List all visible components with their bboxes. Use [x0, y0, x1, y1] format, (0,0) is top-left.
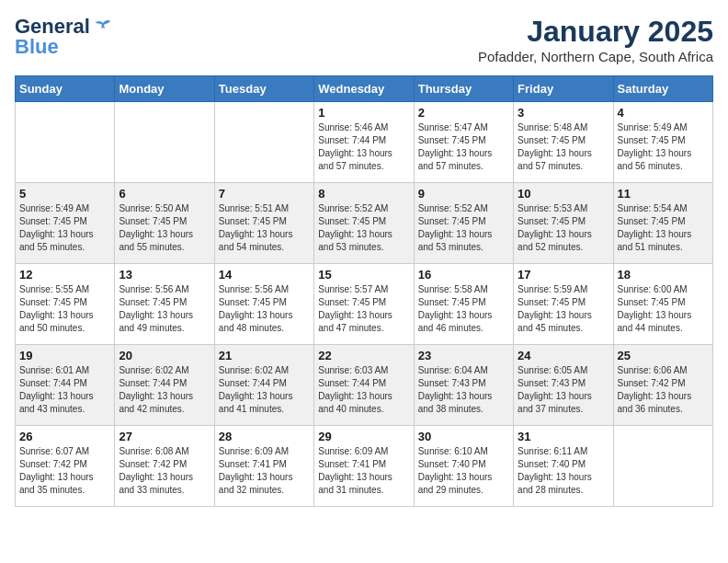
day-info: Sunrise: 5:56 AMSunset: 7:45 PMDaylight:…	[219, 283, 310, 335]
calendar-cell: 22Sunrise: 6:03 AMSunset: 7:44 PMDayligh…	[314, 345, 414, 426]
calendar-cell: 15Sunrise: 5:57 AMSunset: 7:45 PMDayligh…	[314, 264, 414, 345]
day-number: 24	[518, 349, 609, 362]
calendar-cell: 3Sunrise: 5:48 AMSunset: 7:45 PMDaylight…	[514, 102, 613, 183]
calendar-cell: 13Sunrise: 5:56 AMSunset: 7:45 PMDayligh…	[115, 264, 214, 345]
day-number: 9	[418, 187, 509, 201]
location-text: Pofadder, Northern Cape, South Africa	[478, 49, 713, 64]
day-number: 3	[518, 106, 609, 120]
calendar-cell	[16, 102, 115, 183]
day-info: Sunrise: 5:52 AMSunset: 7:45 PMDaylight:…	[318, 202, 409, 254]
page-header: General Blue January 2025 Pofadder, Nort…	[15, 15, 713, 64]
day-number: 21	[219, 349, 310, 362]
calendar-cell: 29Sunrise: 6:09 AMSunset: 7:41 PMDayligh…	[314, 426, 414, 507]
calendar-cell: 4Sunrise: 5:49 AMSunset: 7:45 PMDaylight…	[613, 102, 712, 183]
logo: General Blue	[15, 15, 114, 59]
day-info: Sunrise: 5:48 AMSunset: 7:45 PMDaylight:…	[518, 121, 609, 173]
day-number: 22	[318, 349, 409, 362]
day-info: Sunrise: 5:58 AMSunset: 7:45 PMDaylight:…	[418, 283, 509, 335]
calendar-cell: 2Sunrise: 5:47 AMSunset: 7:45 PMDaylight…	[414, 102, 513, 183]
weekday-header-monday: Monday	[115, 76, 214, 102]
day-number: 6	[119, 187, 210, 201]
day-info: Sunrise: 6:11 AMSunset: 7:40 PMDaylight:…	[518, 445, 609, 497]
calendar-cell: 23Sunrise: 6:04 AMSunset: 7:43 PMDayligh…	[414, 345, 513, 426]
day-info: Sunrise: 5:52 AMSunset: 7:45 PMDaylight:…	[418, 202, 509, 254]
calendar-cell	[214, 102, 313, 183]
calendar-cell: 24Sunrise: 6:05 AMSunset: 7:43 PMDayligh…	[514, 345, 613, 426]
title-block: January 2025 Pofadder, Northern Cape, So…	[478, 15, 713, 64]
calendar-cell: 14Sunrise: 5:56 AMSunset: 7:45 PMDayligh…	[214, 264, 313, 345]
day-number: 30	[418, 430, 509, 443]
calendar-cell	[115, 102, 214, 183]
calendar-cell: 17Sunrise: 5:59 AMSunset: 7:45 PMDayligh…	[514, 264, 613, 345]
day-info: Sunrise: 5:53 AMSunset: 7:45 PMDaylight:…	[518, 202, 609, 254]
calendar-cell: 9Sunrise: 5:52 AMSunset: 7:45 PMDaylight…	[414, 183, 513, 264]
calendar-cell: 26Sunrise: 6:07 AMSunset: 7:42 PMDayligh…	[16, 426, 115, 507]
day-number: 12	[19, 268, 110, 282]
calendar-cell: 18Sunrise: 6:00 AMSunset: 7:45 PMDayligh…	[613, 264, 712, 345]
calendar-week-1: 1Sunrise: 5:46 AMSunset: 7:44 PMDaylight…	[16, 102, 713, 183]
day-info: Sunrise: 6:05 AMSunset: 7:43 PMDaylight:…	[518, 364, 609, 416]
calendar-week-2: 5Sunrise: 5:49 AMSunset: 7:45 PMDaylight…	[16, 183, 713, 264]
calendar-cell: 6Sunrise: 5:50 AMSunset: 7:45 PMDaylight…	[115, 183, 214, 264]
calendar-cell: 27Sunrise: 6:08 AMSunset: 7:42 PMDayligh…	[115, 426, 214, 507]
calendar-cell: 30Sunrise: 6:10 AMSunset: 7:40 PMDayligh…	[414, 426, 513, 507]
day-info: Sunrise: 5:54 AMSunset: 7:45 PMDaylight:…	[618, 202, 709, 254]
calendar-cell: 1Sunrise: 5:46 AMSunset: 7:44 PMDaylight…	[314, 102, 414, 183]
day-number: 28	[219, 430, 310, 443]
day-info: Sunrise: 5:49 AMSunset: 7:45 PMDaylight:…	[19, 202, 110, 254]
weekday-header-friday: Friday	[514, 76, 613, 102]
month-title: January 2025	[478, 15, 713, 49]
day-number: 15	[318, 268, 409, 282]
calendar-cell: 21Sunrise: 6:02 AMSunset: 7:44 PMDayligh…	[214, 345, 313, 426]
day-number: 11	[618, 187, 709, 201]
calendar-week-3: 12Sunrise: 5:55 AMSunset: 7:45 PMDayligh…	[16, 264, 713, 345]
day-number: 8	[318, 187, 409, 201]
calendar-cell	[613, 426, 712, 507]
calendar-cell: 31Sunrise: 6:11 AMSunset: 7:40 PMDayligh…	[514, 426, 613, 507]
day-info: Sunrise: 5:47 AMSunset: 7:45 PMDaylight:…	[418, 121, 509, 173]
day-number: 26	[19, 430, 110, 443]
day-info: Sunrise: 5:46 AMSunset: 7:44 PMDaylight:…	[318, 121, 409, 173]
day-number: 31	[518, 430, 609, 443]
calendar-cell: 11Sunrise: 5:54 AMSunset: 7:45 PMDayligh…	[613, 183, 712, 264]
day-info: Sunrise: 5:49 AMSunset: 7:45 PMDaylight:…	[618, 121, 709, 173]
day-info: Sunrise: 6:08 AMSunset: 7:42 PMDaylight:…	[119, 445, 210, 497]
calendar-cell: 25Sunrise: 6:06 AMSunset: 7:42 PMDayligh…	[613, 345, 712, 426]
day-number: 20	[119, 349, 210, 362]
calendar-week-4: 19Sunrise: 6:01 AMSunset: 7:44 PMDayligh…	[16, 345, 713, 426]
day-number: 25	[618, 349, 709, 362]
day-info: Sunrise: 6:02 AMSunset: 7:44 PMDaylight:…	[219, 364, 310, 416]
day-number: 18	[618, 268, 709, 282]
day-number: 23	[418, 349, 509, 362]
day-number: 27	[119, 430, 210, 443]
day-info: Sunrise: 5:55 AMSunset: 7:45 PMDaylight:…	[19, 283, 110, 335]
weekday-header-sunday: Sunday	[16, 76, 115, 102]
day-number: 4	[618, 106, 709, 120]
calendar-cell: 28Sunrise: 6:09 AMSunset: 7:41 PMDayligh…	[214, 426, 313, 507]
day-info: Sunrise: 6:09 AMSunset: 7:41 PMDaylight:…	[219, 445, 310, 497]
weekday-header-saturday: Saturday	[613, 76, 712, 102]
day-number: 1	[318, 106, 409, 120]
calendar-week-5: 26Sunrise: 6:07 AMSunset: 7:42 PMDayligh…	[16, 426, 713, 507]
day-number: 5	[19, 187, 110, 201]
day-number: 29	[318, 430, 409, 443]
weekday-header-wednesday: Wednesday	[314, 76, 414, 102]
day-info: Sunrise: 6:03 AMSunset: 7:44 PMDaylight:…	[318, 364, 409, 416]
day-info: Sunrise: 5:56 AMSunset: 7:45 PMDaylight:…	[119, 283, 210, 335]
calendar-cell: 16Sunrise: 5:58 AMSunset: 7:45 PMDayligh…	[414, 264, 513, 345]
day-info: Sunrise: 6:10 AMSunset: 7:40 PMDaylight:…	[418, 445, 509, 497]
weekday-header-row: SundayMondayTuesdayWednesdayThursdayFrid…	[16, 76, 713, 102]
day-info: Sunrise: 5:51 AMSunset: 7:45 PMDaylight:…	[219, 202, 310, 254]
calendar-cell: 19Sunrise: 6:01 AMSunset: 7:44 PMDayligh…	[16, 345, 115, 426]
calendar-cell: 7Sunrise: 5:51 AMSunset: 7:45 PMDaylight…	[214, 183, 313, 264]
weekday-header-thursday: Thursday	[414, 76, 513, 102]
day-info: Sunrise: 5:50 AMSunset: 7:45 PMDaylight:…	[119, 202, 210, 254]
day-info: Sunrise: 6:02 AMSunset: 7:44 PMDaylight:…	[119, 364, 210, 416]
day-number: 7	[219, 187, 310, 201]
day-number: 19	[19, 349, 110, 362]
day-number: 13	[119, 268, 210, 282]
calendar-cell: 12Sunrise: 5:55 AMSunset: 7:45 PMDayligh…	[16, 264, 115, 345]
day-info: Sunrise: 5:59 AMSunset: 7:45 PMDaylight:…	[518, 283, 609, 335]
calendar-cell: 5Sunrise: 5:49 AMSunset: 7:45 PMDaylight…	[16, 183, 115, 264]
day-number: 2	[418, 106, 509, 120]
